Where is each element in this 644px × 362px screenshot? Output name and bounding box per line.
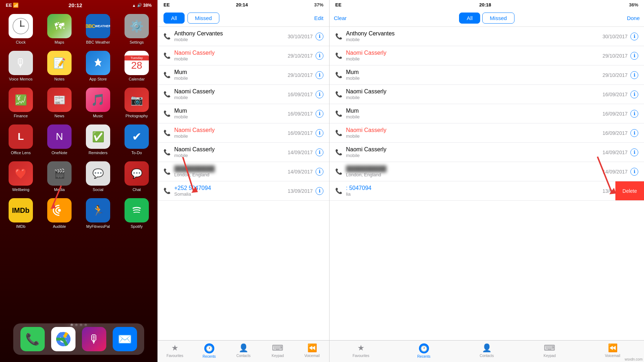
bluetooth-icon-left: 🔊 [137, 3, 142, 8]
info-btn-anthony-m[interactable]: ℹ [316, 33, 323, 40]
social-label: Social [93, 187, 103, 192]
app-wellbeing[interactable]: ❤️ Wellbeing [5, 161, 37, 192]
info-btn-naomi1-m[interactable]: ℹ [316, 52, 323, 60]
info-btn-naomi3-r[interactable]: ℹ [630, 129, 638, 137]
call-sub-mum1-r: mobile [346, 75, 602, 81]
info-btn-anthony-r[interactable]: ℹ [630, 33, 638, 40]
call-item-anthony-middle: 📞 Anthony Cervantes mobile 30/10/2017 ℹ [158, 27, 329, 46]
tab-recents-middle[interactable]: 🕐 Recents [192, 343, 226, 358]
info-btn-naomi4-m[interactable]: ℹ [316, 148, 323, 156]
app-media[interactable]: 🎬 Media [43, 161, 75, 192]
info-btn-mum2-m[interactable]: ℹ [316, 110, 323, 118]
middle-call-list: 📞 Anthony Cervantes mobile 30/10/2017 ℹ … [158, 27, 329, 340]
call-date-blurred-r: 14/09/2017 [602, 169, 628, 175]
spotify-label: Spotify [131, 224, 143, 229]
app-todo[interactable]: ✔ To-Do [121, 124, 153, 155]
dock: 📞 🎙 ✉️ [13, 323, 144, 355]
app-chat[interactable]: 💬 Chat [121, 161, 153, 192]
app-music[interactable]: 🎵 Music [82, 88, 114, 118]
dock-chrome[interactable] [51, 327, 75, 351]
dock-podcasts[interactable]: 🎙 [82, 327, 106, 351]
app-onenote[interactable]: N OneNote [43, 124, 75, 155]
info-btn-naomi2-m[interactable]: ℹ [316, 90, 323, 98]
tab-favourites-middle[interactable]: ★ Favourites [158, 343, 192, 358]
info-btn-naomi3-m[interactable]: ℹ [316, 129, 323, 137]
onenote-label: OneNote [52, 151, 67, 155]
call-name-naomi3-r: Naomi Casserly [346, 127, 602, 133]
info-btn-somalia-m[interactable]: ℹ [316, 187, 323, 195]
keypad-label-right: Keypad [543, 354, 556, 358]
left-status-left: EE 📶 [6, 3, 19, 8]
carrier-left: EE [6, 3, 12, 8]
clear-button-right[interactable]: Clear [334, 15, 347, 21]
app-office-lens[interactable]: L Office Lens [5, 124, 37, 155]
app-bbc-weather[interactable]: BBC WEATHER BBC Weather [82, 14, 114, 44]
app-voice-memos[interactable]: 🎙 Voice Memos [5, 51, 37, 81]
svg-point-4 [58, 209, 61, 212]
right-phone: EE 20:18 36% Clear All Missed Done 📞 Ant… [329, 0, 644, 362]
app-notes[interactable]: 📝 Notes [43, 51, 75, 81]
tab-keypad-right[interactable]: ⌨ Keypad [518, 343, 581, 358]
app-spotify[interactable]: Spotify [121, 198, 153, 229]
phone-icon-mum2-r: 📞 [335, 110, 342, 117]
info-btn-mum1-r[interactable]: ℹ [630, 71, 638, 79]
missed-tab-middle[interactable]: Missed [187, 13, 220, 24]
call-info-naomi1-r: Naomi Casserly mobile [346, 50, 602, 62]
app-news[interactable]: 📰 News [43, 88, 75, 118]
call-date-anthony-r: 30/10/2017 [602, 34, 628, 39]
dock-mail[interactable]: ✉️ [113, 327, 137, 351]
tab-recents-right[interactable]: 🕐 Recents [392, 343, 455, 358]
call-date-somalia-m: 13/09/2017 [288, 188, 313, 194]
app-photography[interactable]: 📷 Photography [121, 88, 153, 118]
done-button-right[interactable]: Done [627, 15, 640, 21]
call-name-naomi3-m: Naomi Casserly [174, 127, 288, 133]
call-info-somalia-m: +252 5047094 Somalia [174, 185, 288, 197]
call-info-mum2-m: Mum mobile [174, 108, 288, 119]
app-myfitnesspal[interactable]: 🏃 MyFitnessPal [82, 198, 114, 229]
info-btn-naomi2-r[interactable]: ℹ [630, 90, 638, 98]
all-tab-right[interactable]: All [459, 13, 480, 24]
info-btn-mum2-r[interactable]: ℹ [630, 110, 638, 118]
app-calendar[interactable]: Tuesday 28 Calendar [121, 51, 153, 81]
call-name-naomi1-r: Naomi Casserly [346, 50, 602, 56]
call-item-naomi1-right: 📞 Naomi Casserly mobile 29/10/2017 ℹ [330, 46, 644, 65]
middle-seg-group: All Missed [164, 13, 219, 24]
call-date-naomi4-m: 14/09/2017 [288, 150, 313, 155]
app-finance[interactable]: 💹 Finance [5, 88, 37, 118]
tab-contacts-middle[interactable]: 👤 Contacts [226, 343, 261, 358]
tab-voicemail-right[interactable]: ⏪ Voicemail [581, 343, 644, 358]
info-btn-naomi1-r[interactable]: ℹ [630, 52, 638, 60]
maps-label: Maps [55, 40, 64, 44]
phone-icon-mum1-r: 📞 [335, 72, 342, 78]
call-name-anthony-m: Anthony Cervantes [174, 30, 288, 37]
edit-button-middle[interactable]: Edit [314, 15, 323, 21]
tab-favourites-right[interactable]: ★ Favourites [330, 343, 392, 358]
app-social[interactable]: 💬 Social [82, 161, 114, 192]
call-date-naomi2-m: 16/09/2017 [288, 92, 313, 97]
info-btn-blurred-r[interactable]: ℹ [630, 168, 638, 176]
delete-button-right[interactable]: Delete [615, 181, 644, 200]
tab-voicemail-middle[interactable]: ⏪ Voicemail [295, 343, 329, 358]
app-appstore[interactable]: App Store [82, 51, 114, 81]
all-tab-middle[interactable]: All [164, 13, 185, 24]
middle-tab-bar: ★ Favourites 🕐 Recents 👤 Contacts ⌨ Keyp… [158, 340, 329, 362]
info-btn-mum1-m[interactable]: ℹ [316, 71, 323, 79]
watermark: wsxdn.com [625, 357, 643, 361]
app-audible[interactable]: Audible [43, 198, 75, 229]
app-maps[interactable]: 🗺 Maps [43, 14, 75, 44]
tab-contacts-right[interactable]: 👤 Contacts [455, 343, 518, 358]
app-clock[interactable]: Clock [5, 14, 37, 44]
missed-tab-right[interactable]: Missed [482, 13, 514, 24]
voicememos-label: Voice Memos [9, 77, 33, 81]
dock-phone[interactable]: 📞 [20, 327, 45, 351]
info-btn-blurred-m[interactable]: ℹ [316, 168, 323, 176]
officelens-label: Office Lens [11, 151, 30, 155]
app-imdb[interactable]: IMDb IMDb [5, 198, 37, 229]
voicemail-label-right: Voicemail [605, 354, 620, 358]
call-item-blurred-middle: 📞 ██████████ London, England 14/09/2017 … [158, 162, 329, 181]
app-settings[interactable]: ⚙️ Settings [121, 14, 153, 44]
middle-phone: EE 20:14 37% All Missed Edit 📞 Anthony C… [157, 0, 329, 362]
info-btn-naomi4-r[interactable]: ℹ [630, 148, 638, 156]
tab-keypad-middle[interactable]: ⌨ Keypad [260, 343, 295, 358]
app-reminders[interactable]: ✅ Reminders [82, 124, 114, 155]
